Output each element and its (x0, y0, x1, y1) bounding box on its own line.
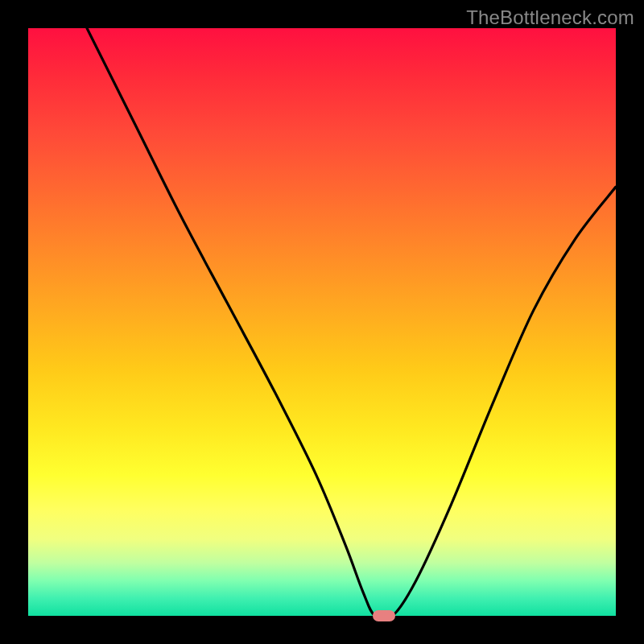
optimum-marker (373, 610, 395, 621)
bottleneck-curve (87, 28, 616, 616)
bottleneck-chart: TheBottleneck.com (0, 0, 644, 644)
watermark-text: TheBottleneck.com (466, 6, 634, 29)
curve-svg (28, 28, 616, 616)
plot-area (28, 28, 616, 616)
